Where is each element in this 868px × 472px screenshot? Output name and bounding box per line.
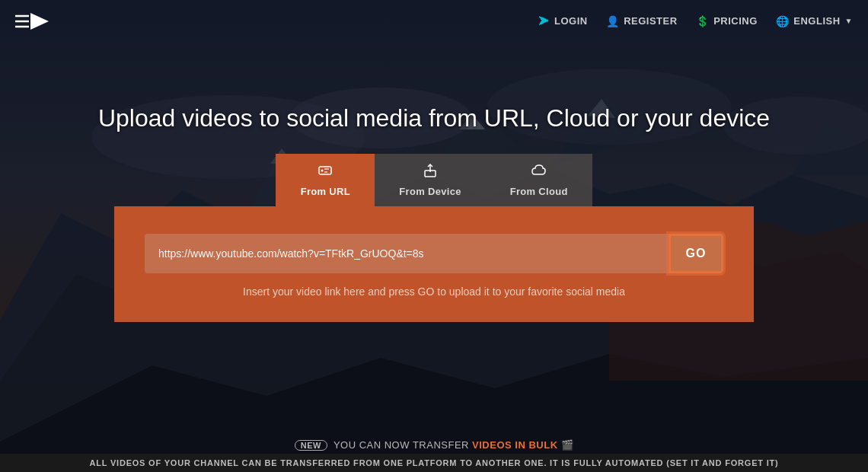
register-link[interactable]: 👤 REGISTER bbox=[606, 15, 678, 27]
login-icon: ⮞ bbox=[538, 15, 550, 27]
bulk-text: VIDEOS IN BULK 🎬 bbox=[472, 439, 573, 451]
upload-panel: GO Insert your video link here and press… bbox=[114, 206, 754, 322]
url-input[interactable] bbox=[145, 234, 669, 273]
svg-point-22 bbox=[321, 170, 324, 172]
device-icon bbox=[423, 163, 438, 181]
pricing-link[interactable]: 💲 PRICING bbox=[696, 15, 758, 27]
bottom-ticker: ALL VIDEOS OF YOUR CHANNEL CAN BE TRANSF… bbox=[0, 454, 868, 472]
bulk-label: VIDEOS IN BULK bbox=[472, 439, 557, 451]
logo-icon bbox=[15, 10, 52, 33]
tab-from-cloud[interactable]: From Cloud bbox=[486, 154, 592, 206]
go-label: GO bbox=[686, 247, 707, 260]
logo[interactable] bbox=[15, 10, 52, 33]
language-icon: 🌐 bbox=[776, 15, 790, 27]
tab-from-device[interactable]: From Device bbox=[375, 154, 485, 206]
new-banner: NEW YOU CAN NOW TRANSFER VIDEOS IN BULK … bbox=[0, 433, 868, 454]
bottom-bar: NEW YOU CAN NOW TRANSFER VIDEOS IN BULK … bbox=[0, 433, 868, 472]
cloud-icon bbox=[531, 163, 547, 181]
tab-url-label: From URL bbox=[301, 186, 350, 197]
register-icon: 👤 bbox=[606, 15, 620, 27]
tab-device-label: From Device bbox=[399, 186, 461, 197]
banner-text: YOU CAN NOW TRANSFER bbox=[333, 439, 469, 451]
go-button[interactable]: GO bbox=[669, 234, 723, 273]
tabs-container: From URL From Device From Cloud bbox=[276, 154, 592, 206]
register-label: REGISTER bbox=[624, 15, 677, 27]
hint-text: Insert your video link here and press GO… bbox=[243, 285, 625, 298]
url-row: GO bbox=[145, 234, 723, 273]
language-label: ENGLISH bbox=[793, 15, 840, 27]
bulk-icon: 🎬 bbox=[561, 439, 574, 451]
nav-links: ⮞ LOGIN 👤 REGISTER 💲 PRICING 🌐 ENGLISH ▼ bbox=[538, 15, 853, 27]
svg-marker-20 bbox=[30, 13, 49, 30]
tab-from-url[interactable]: From URL bbox=[276, 154, 375, 206]
svg-rect-21 bbox=[319, 167, 331, 174]
main-content: Upload videos to social media from URL, … bbox=[0, 0, 868, 472]
pricing-label: PRICING bbox=[713, 15, 758, 27]
pricing-icon: 💲 bbox=[696, 15, 710, 27]
chevron-down-icon: ▼ bbox=[845, 17, 853, 25]
new-badge: NEW bbox=[295, 440, 327, 451]
url-icon bbox=[318, 163, 333, 181]
language-link[interactable]: 🌐 ENGLISH ▼ bbox=[776, 15, 853, 27]
login-link[interactable]: ⮞ LOGIN bbox=[538, 15, 587, 27]
navbar: ⮞ LOGIN 👤 REGISTER 💲 PRICING 🌐 ENGLISH ▼ bbox=[0, 0, 868, 42]
hero-title: Upload videos to social media from URL, … bbox=[98, 104, 770, 132]
login-label: LOGIN bbox=[554, 15, 588, 27]
tab-cloud-label: From Cloud bbox=[510, 186, 568, 197]
